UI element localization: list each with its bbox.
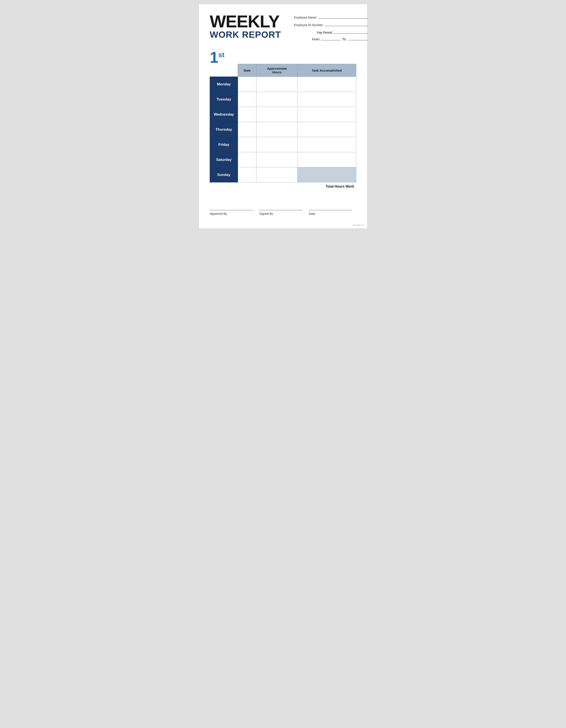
table-row: Thursday [210,122,356,137]
date-line [309,210,352,210]
header: WEEKLY WORK REPORT Employee Name: Employ… [210,13,356,41]
table-row: Sunday [210,167,356,182]
task-sunday[interactable] [297,167,356,182]
signature-section: Approved By Signed By Date [210,206,356,215]
employee-name-label: Employee Name: [294,16,317,19]
hours-saturday[interactable] [257,152,297,167]
title-block: WEEKLY WORK REPORT [210,13,281,39]
task-thursday[interactable] [297,122,356,137]
approved-by-line [210,210,253,210]
col-date-header: Date [238,64,257,77]
signed-by-line [259,210,302,210]
title-work-report: WORK REPORT [210,30,281,39]
total-hours-label: Total Hours Work [326,185,354,188]
week-num-digit: 1 [210,50,218,65]
employee-id-label: Employee ID Number: [294,23,324,27]
table-row: Wednesday [210,107,356,122]
employee-name-row: Employee Name: [294,15,368,19]
signed-by-block: Signed By [259,210,307,215]
hours-tuesday[interactable] [257,92,297,107]
from-input[interactable] [321,37,340,40]
hours-friday[interactable] [257,137,297,152]
date-thursday[interactable] [238,122,257,137]
table-row: Tuesday [210,92,356,107]
pay-period-row: Pay Period: [294,30,368,34]
col-task-header: Task Accomplished [297,64,356,77]
day-sunday: Sunday [210,167,238,182]
from-to-row: From: To: [294,37,368,41]
date-label: Date [309,212,356,215]
week-number: 1 st [210,50,356,65]
week-num-suffix: st [218,51,225,58]
from-label: From: [312,38,320,41]
date-block: Date [309,210,356,215]
approved-by-block: Approved By [210,210,257,215]
day-saturday: Saturday [210,152,238,167]
approved-by-label: Approved By [210,212,257,215]
work-table: Date ApproximateHours Task Accomplished … [210,64,356,182]
table-row: Monday [210,77,356,92]
day-wednesday: Wednesday [210,107,238,122]
hours-thursday[interactable] [257,122,297,137]
task-wednesday[interactable] [297,107,356,122]
signed-by-label: Signed By [259,212,307,215]
fields-block: Employee Name: Employee ID Number: Pay P… [294,13,368,41]
table-wrapper: Date ApproximateHours Task Accomplished … [210,64,356,182]
table-row: Friday [210,137,356,152]
day-monday: Monday [210,77,238,92]
date-sunday[interactable] [238,167,257,182]
task-friday[interactable] [297,137,356,152]
date-saturday[interactable] [238,152,257,167]
page: WEEKLY WORK REPORT Employee Name: Employ… [199,4,367,228]
date-friday[interactable] [238,137,257,152]
pay-period-input[interactable] [333,30,368,34]
day-tuesday: Tuesday [210,92,238,107]
employee-name-input[interactable] [318,15,368,19]
day-friday: Friday [210,137,238,152]
employee-id-row: Employee ID Number: [294,23,368,27]
col-hours-header: ApproximateHours [257,64,297,77]
watermark: Template.net [352,224,364,226]
hours-monday[interactable] [257,77,297,92]
hours-wednesday[interactable] [257,107,297,122]
to-input[interactable] [348,37,368,40]
task-tuesday[interactable] [297,92,356,107]
hours-sunday[interactable] [257,167,297,182]
employee-id-input[interactable] [325,23,368,26]
table-row: Saturday [210,152,356,167]
date-tuesday[interactable] [238,92,257,107]
task-monday[interactable] [297,77,356,92]
day-thursday: Thursday [210,122,238,137]
task-saturday[interactable] [297,152,356,167]
date-monday[interactable] [238,77,257,92]
to-label: To: [342,38,346,41]
total-hours-row: Total Hours Work [210,185,356,188]
date-wednesday[interactable] [238,107,257,122]
title-weekly: WEEKLY [210,13,281,30]
pay-period-label: Pay Period: [317,31,332,34]
